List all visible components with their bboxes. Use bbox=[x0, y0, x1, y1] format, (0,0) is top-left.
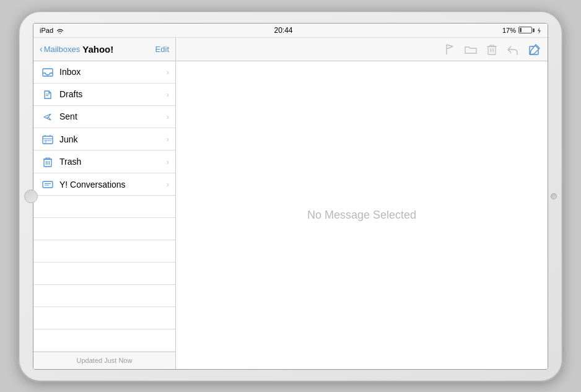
sidebar-item-conversations[interactable]: Y! Conversations › bbox=[33, 173, 175, 196]
trash-icon bbox=[41, 156, 55, 167]
trash-toolbar-button[interactable] bbox=[487, 43, 497, 56]
junk-icon: X bbox=[41, 134, 55, 144]
reply-button[interactable] bbox=[507, 43, 519, 56]
sidebar-item-junk[interactable]: X Junk › bbox=[33, 128, 175, 150]
conversations-chevron-icon: › bbox=[167, 180, 169, 189]
home-button-left[interactable] bbox=[24, 189, 38, 203]
inbox-label: Inbox bbox=[59, 67, 167, 77]
drafts-label: Drafts bbox=[59, 89, 167, 99]
sent-icon bbox=[41, 111, 55, 122]
empty-row-3 bbox=[33, 240, 175, 263]
drafts-icon bbox=[41, 89, 55, 100]
time-display: 20:44 bbox=[274, 26, 292, 35]
svg-line-3 bbox=[46, 117, 48, 118]
back-button[interactable]: ‹ Mailboxes bbox=[40, 44, 80, 54]
svg-rect-15 bbox=[43, 181, 53, 188]
inbox-icon bbox=[41, 67, 55, 77]
empty-row-2 bbox=[33, 218, 175, 240]
sidebar-item-inbox[interactable]: Inbox › bbox=[33, 61, 175, 84]
sidebar-header: ‹ Mailboxes Yahoo! Edit bbox=[33, 38, 175, 61]
empty-row-4 bbox=[33, 263, 175, 285]
conversations-icon bbox=[41, 180, 55, 189]
compose-button[interactable] bbox=[529, 43, 540, 55]
ipad-frame: iPad 20:44 17% bbox=[18, 11, 563, 382]
screen: iPad 20:44 17% bbox=[33, 23, 548, 370]
status-left: iPad bbox=[40, 26, 64, 33]
sidebar-footer: Updated Just Now bbox=[33, 352, 175, 369]
conversations-label: Y! Conversations bbox=[59, 180, 167, 189]
detail-panel: No Message Selected bbox=[176, 38, 548, 369]
empty-row-6 bbox=[33, 307, 175, 329]
main-content: ‹ Mailboxes Yahoo! Edit bbox=[33, 38, 548, 369]
sent-label: Sent bbox=[59, 111, 167, 121]
wifi-icon bbox=[56, 26, 64, 33]
battery-icon bbox=[518, 27, 535, 33]
edit-button[interactable]: Edit bbox=[155, 45, 169, 54]
home-button-right[interactable] bbox=[551, 193, 557, 199]
empty-row-1 bbox=[33, 196, 175, 218]
charging-icon bbox=[537, 26, 541, 34]
status-right: 17% bbox=[502, 26, 541, 34]
flag-button[interactable] bbox=[445, 43, 455, 56]
sidebar-title: Yahoo! bbox=[82, 44, 113, 54]
ipad-label: iPad bbox=[40, 27, 53, 34]
junk-chevron-icon: › bbox=[167, 134, 169, 144]
detail-body: No Message Selected bbox=[176, 61, 548, 369]
trash-label: Trash bbox=[59, 157, 167, 167]
empty-row-5 bbox=[33, 285, 175, 307]
back-chevron-icon: ‹ bbox=[40, 44, 43, 54]
trash-chevron-icon: › bbox=[167, 157, 169, 167]
inbox-chevron-icon: › bbox=[167, 68, 169, 77]
sidebar-list: Inbox › Drafts bbox=[33, 61, 175, 352]
sidebar-item-trash[interactable]: Trash › bbox=[33, 150, 175, 173]
empty-row-7 bbox=[33, 329, 175, 351]
sent-chevron-icon: › bbox=[167, 112, 169, 121]
junk-label: Junk bbox=[59, 134, 167, 144]
sidebar-item-drafts[interactable]: Drafts › bbox=[33, 84, 175, 106]
update-status: Updated Just Now bbox=[77, 357, 133, 364]
no-message-label: No Message Selected bbox=[307, 209, 416, 222]
detail-toolbar bbox=[176, 38, 548, 61]
back-label: Mailboxes bbox=[44, 45, 81, 54]
folder-button[interactable] bbox=[465, 43, 477, 56]
sidebar-item-sent[interactable]: Sent › bbox=[33, 106, 175, 128]
status-bar: iPad 20:44 17% bbox=[33, 24, 548, 38]
drafts-chevron-icon: › bbox=[167, 90, 169, 99]
battery-percent: 17% bbox=[502, 27, 516, 34]
sidebar: ‹ Mailboxes Yahoo! Edit bbox=[33, 38, 176, 369]
